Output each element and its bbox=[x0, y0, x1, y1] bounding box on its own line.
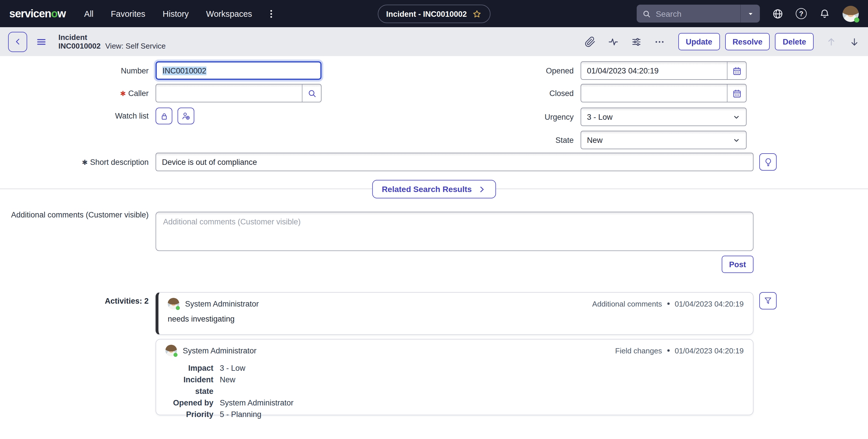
record-action-buttons: Update Resolve Delete bbox=[678, 33, 814, 50]
related-search-results-button[interactable]: Related Search Results bbox=[372, 180, 496, 198]
activity-card-comment: System Administrator Additional comments… bbox=[156, 292, 753, 335]
search-scope-dropdown[interactable] bbox=[740, 5, 760, 23]
top-nav: servicenow All Favorites History Workspa… bbox=[0, 0, 868, 27]
urgency-label: Urgency bbox=[405, 113, 581, 121]
attachment-paperclip-icon[interactable] bbox=[585, 36, 596, 47]
update-button[interactable]: Update bbox=[678, 33, 720, 50]
logo-text: servicen bbox=[9, 7, 51, 20]
record-pill-label: Incident - INC0010002 bbox=[386, 9, 467, 18]
chevron-down-icon bbox=[733, 113, 740, 121]
search-input[interactable] bbox=[655, 8, 740, 19]
avatar bbox=[165, 345, 177, 356]
activity-stream-icon[interactable] bbox=[608, 36, 619, 47]
field-label: Incident state bbox=[165, 374, 213, 397]
form-context-menu-icon[interactable] bbox=[36, 36, 47, 47]
activity-timestamp: 01/04/2023 04:20:19 bbox=[675, 346, 744, 355]
field-change-row: Priority 5 - Planning bbox=[165, 409, 744, 420]
personalize-form-sliders-icon[interactable] bbox=[631, 36, 642, 47]
activities-count-label: Activities: 2 bbox=[0, 297, 156, 305]
related-search-divider: Related Search Results bbox=[0, 180, 868, 197]
search-icon bbox=[642, 9, 651, 18]
nav-right-cluster: ? bbox=[637, 5, 859, 23]
back-button[interactable] bbox=[8, 32, 27, 52]
closed-calendar-icon[interactable] bbox=[727, 85, 746, 102]
nav-item-history[interactable]: History bbox=[163, 9, 189, 18]
suggestion-lightbulb-icon[interactable] bbox=[759, 153, 777, 170]
favorite-star-icon[interactable] bbox=[472, 9, 482, 19]
field-change-row: Impact 3 - Low bbox=[165, 363, 744, 374]
caller-input-group bbox=[156, 84, 321, 102]
activity-comment-text: needs investigating bbox=[168, 315, 744, 323]
field-changes-list: Impact 3 - Low Incident state New Opened… bbox=[165, 363, 744, 420]
logo-green-o: o bbox=[51, 7, 58, 20]
activity-author[interactable]: System Administrator bbox=[183, 346, 256, 355]
activity-filter-funnel-icon[interactable] bbox=[759, 292, 777, 309]
help-icon[interactable]: ? bbox=[796, 8, 807, 19]
number-value: INC0010002 bbox=[162, 66, 207, 75]
globe-icon[interactable] bbox=[772, 8, 783, 20]
field-label: Priority bbox=[165, 409, 213, 420]
closed-label: Closed bbox=[405, 89, 581, 97]
watch-list-add-person-icon[interactable] bbox=[178, 107, 194, 124]
presence-indicator bbox=[176, 306, 180, 310]
watch-list-lock-icon[interactable] bbox=[156, 107, 172, 124]
global-search[interactable] bbox=[637, 5, 760, 23]
form-toolbar: Update Resolve Delete bbox=[585, 33, 860, 50]
state-value: New bbox=[587, 136, 602, 144]
short-description-input[interactable]: Device is out of compliance bbox=[156, 153, 753, 171]
servicenow-logo[interactable]: servicenow bbox=[9, 7, 66, 20]
closed-input[interactable] bbox=[581, 85, 727, 102]
opened-label: Opened bbox=[405, 66, 581, 75]
opened-calendar-icon[interactable] bbox=[727, 62, 746, 79]
field-label: Opened by bbox=[165, 397, 213, 409]
field-label: Impact bbox=[165, 363, 213, 374]
activity-author[interactable]: System Administrator bbox=[185, 299, 259, 308]
question-glyph: ? bbox=[799, 9, 804, 18]
nav-item-workspaces[interactable]: Workspaces bbox=[206, 9, 252, 18]
caller-label: ✱Caller bbox=[0, 89, 156, 97]
chevron-down-icon bbox=[733, 136, 740, 144]
field-change-row: Incident state New bbox=[165, 374, 744, 397]
delete-button[interactable]: Delete bbox=[775, 33, 814, 50]
activity-type: Field changes bbox=[615, 346, 662, 355]
record-number: INC0010002 bbox=[58, 42, 101, 51]
related-search-results-label: Related Search Results bbox=[382, 185, 472, 194]
closed-input-group bbox=[581, 84, 747, 102]
record-view[interactable]: View: Self Service bbox=[105, 42, 166, 51]
activity-timestamp: 01/04/2023 04:20:19 bbox=[675, 299, 744, 308]
record-title: Incident INC0010002 View: Self Service bbox=[58, 33, 166, 51]
state-select[interactable]: New bbox=[581, 131, 747, 149]
activity-type: Additional comments bbox=[592, 299, 662, 308]
opened-input[interactable]: 01/04/2023 04:20:19 bbox=[581, 62, 727, 79]
next-record-arrow-icon[interactable] bbox=[849, 36, 860, 47]
additional-comments-label: Additional comments (Customer visible) bbox=[0, 210, 156, 220]
nav-item-all[interactable]: All bbox=[84, 9, 93, 18]
nav-menu: All Favorites History Workspaces bbox=[84, 9, 252, 18]
nav-overflow-menu-icon[interactable] bbox=[266, 8, 276, 19]
post-button[interactable]: Post bbox=[721, 256, 753, 273]
number-label: Number bbox=[0, 66, 156, 75]
field-value: System Administrator bbox=[220, 397, 293, 409]
caller-lookup-icon[interactable] bbox=[302, 85, 321, 102]
notifications-bell-icon[interactable] bbox=[819, 8, 830, 20]
user-avatar[interactable] bbox=[842, 5, 859, 22]
resolve-button[interactable]: Resolve bbox=[725, 33, 770, 50]
activity-card-field-changes: System Administrator Field changes 01/04… bbox=[156, 339, 753, 415]
additional-comments-textarea[interactable] bbox=[156, 212, 753, 251]
caller-input[interactable] bbox=[156, 85, 302, 102]
urgency-value: 3 - Low bbox=[587, 113, 613, 121]
separator-dot bbox=[667, 303, 669, 305]
number-input[interactable]: INC0010002 bbox=[156, 61, 321, 80]
mandatory-icon: ✱ bbox=[120, 89, 126, 97]
urgency-select[interactable]: 3 - Low bbox=[581, 107, 747, 126]
mandatory-filled-icon: ✱ bbox=[82, 158, 88, 166]
more-options-icon[interactable] bbox=[654, 36, 665, 47]
watch-list-label: Watch list bbox=[0, 112, 156, 120]
previous-record-arrow-icon bbox=[826, 36, 837, 47]
incident-form: Number INC0010002 Opened 01/04/2023 04:2… bbox=[0, 56, 868, 439]
presence-indicator bbox=[174, 353, 178, 357]
nav-item-favorites[interactable]: Favorites bbox=[111, 9, 145, 18]
record-header: Incident INC0010002 View: Self Service U… bbox=[0, 27, 868, 56]
record-pill[interactable]: Incident - INC0010002 bbox=[377, 5, 490, 23]
state-label: State bbox=[405, 136, 581, 144]
